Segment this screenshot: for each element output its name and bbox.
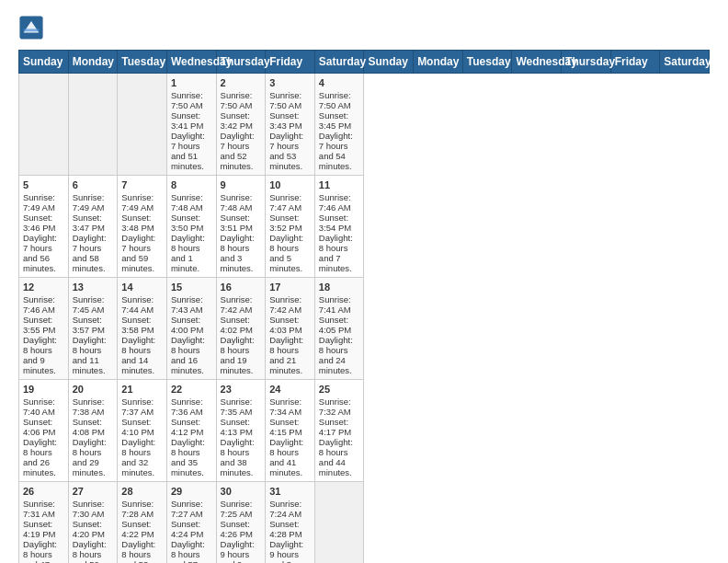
sunrise: Sunrise: 7:32 AM <box>319 396 360 417</box>
daylight: Daylight: 8 hours and 11 minutes. <box>73 335 114 375</box>
daylight: Daylight: 9 hours and 0 minutes. <box>221 539 262 563</box>
daylight: Daylight: 8 hours and 47 minutes. <box>23 539 64 563</box>
daylight: Daylight: 8 hours and 50 minutes. <box>73 539 114 563</box>
sunset: Sunset: 3:48 PM <box>121 213 163 233</box>
day-number: 11 <box>319 179 360 190</box>
daylight: Daylight: 8 hours and 57 minutes. <box>171 539 212 563</box>
sunset: Sunset: 3:46 PM <box>23 213 64 233</box>
day-number: 2 <box>221 77 262 88</box>
sunrise: Sunrise: 7:50 AM <box>269 90 311 110</box>
daylight: Daylight: 8 hours and 1 minute. <box>171 233 212 273</box>
daylight: Daylight: 8 hours and 7 minutes. <box>319 233 360 273</box>
calendar-header-row: SundayMondayTuesdayWednesdayThursdayFrid… <box>19 51 710 74</box>
sunrise: Sunrise: 7:36 AM <box>171 396 212 417</box>
calendar-cell: 9Sunrise: 7:48 AMSunset: 3:51 PMDaylight… <box>216 176 266 278</box>
daylight: Daylight: 8 hours and 44 minutes. <box>319 437 360 477</box>
day-number: 12 <box>23 282 64 293</box>
col-header-sunday: Sunday <box>19 51 69 74</box>
calendar-cell: 30Sunrise: 7:25 AMSunset: 4:26 PMDayligh… <box>216 482 266 564</box>
daylight: Daylight: 8 hours and 5 minutes. <box>269 233 311 273</box>
daylight: Daylight: 7 hours and 52 minutes. <box>221 131 262 171</box>
calendar-cell: 19Sunrise: 7:40 AMSunset: 4:06 PMDayligh… <box>19 380 69 482</box>
day-number: 6 <box>73 179 114 190</box>
logo-icon <box>18 15 44 40</box>
sunset: Sunset: 3:52 PM <box>269 213 311 233</box>
day-number: 1 <box>171 77 212 88</box>
sunset: Sunset: 4:26 PM <box>221 519 262 539</box>
day-number: 19 <box>23 384 64 395</box>
sunset: Sunset: 3:43 PM <box>269 110 311 131</box>
daylight: Daylight: 8 hours and 35 minutes. <box>171 437 212 477</box>
col-header-monday: Monday <box>414 51 463 74</box>
calendar-cell: 6Sunrise: 7:49 AMSunset: 3:47 PMDaylight… <box>68 176 118 278</box>
sunset: Sunset: 4:00 PM <box>171 315 212 335</box>
daylight: Daylight: 8 hours and 9 minutes. <box>23 335 64 375</box>
sunrise: Sunrise: 7:42 AM <box>269 294 311 315</box>
calendar-cell: 26Sunrise: 7:31 AMSunset: 4:19 PMDayligh… <box>19 482 69 564</box>
sunset: Sunset: 4:05 PM <box>319 315 360 335</box>
calendar-cell: 21Sunrise: 7:37 AMSunset: 4:10 PMDayligh… <box>118 380 167 482</box>
day-number: 15 <box>171 282 212 293</box>
daylight: Daylight: 7 hours and 54 minutes. <box>319 131 360 171</box>
sunrise: Sunrise: 7:48 AM <box>171 192 212 213</box>
sunrise: Sunrise: 7:49 AM <box>121 192 163 213</box>
calendar-table: SundayMondayTuesdayWednesdayThursdayFrid… <box>18 50 710 563</box>
daylight: Daylight: 8 hours and 14 minutes. <box>121 335 163 375</box>
sunset: Sunset: 3:58 PM <box>121 315 163 335</box>
daylight: Daylight: 8 hours and 32 minutes. <box>121 437 163 477</box>
sunset: Sunset: 4:13 PM <box>221 417 262 437</box>
day-number: 27 <box>73 486 114 497</box>
calendar-cell <box>314 482 364 564</box>
sunrise: Sunrise: 7:49 AM <box>73 192 114 213</box>
sunrise: Sunrise: 7:49 AM <box>23 192 64 213</box>
col-header-tuesday: Tuesday <box>462 51 512 74</box>
calendar-cell: 5Sunrise: 7:49 AMSunset: 3:46 PMDaylight… <box>19 176 69 278</box>
sunset: Sunset: 4:17 PM <box>319 417 360 437</box>
sunrise: Sunrise: 7:46 AM <box>319 192 360 213</box>
daylight: Daylight: 8 hours and 29 minutes. <box>73 437 114 477</box>
sunset: Sunset: 4:03 PM <box>269 315 311 335</box>
sunset: Sunset: 4:19 PM <box>23 519 64 539</box>
calendar-week-row: 12Sunrise: 7:46 AMSunset: 3:55 PMDayligh… <box>19 278 710 380</box>
calendar-week-row: 26Sunrise: 7:31 AMSunset: 4:19 PMDayligh… <box>19 482 710 564</box>
calendar-cell: 17Sunrise: 7:42 AMSunset: 4:03 PMDayligh… <box>266 278 315 380</box>
calendar-cell: 24Sunrise: 7:34 AMSunset: 4:15 PMDayligh… <box>266 380 315 482</box>
daylight: Daylight: 7 hours and 59 minutes. <box>121 233 163 273</box>
daylight: Daylight: 7 hours and 58 minutes. <box>73 233 114 273</box>
calendar-cell: 2Sunrise: 7:50 AMSunset: 3:42 PMDaylight… <box>216 74 266 176</box>
sunset: Sunset: 3:42 PM <box>221 110 262 131</box>
sunrise: Sunrise: 7:30 AM <box>73 499 114 519</box>
calendar-cell: 15Sunrise: 7:43 AMSunset: 4:00 PMDayligh… <box>166 278 216 380</box>
col-header-thursday: Thursday <box>216 51 266 74</box>
calendar-cell: 10Sunrise: 7:47 AMSunset: 3:52 PMDayligh… <box>266 176 315 278</box>
calendar-cell: 12Sunrise: 7:46 AMSunset: 3:55 PMDayligh… <box>19 278 69 380</box>
sunrise: Sunrise: 7:31 AM <box>23 499 64 519</box>
calendar-cell: 1Sunrise: 7:50 AMSunset: 3:41 PMDaylight… <box>166 74 216 176</box>
sunrise: Sunrise: 7:47 AM <box>269 192 311 213</box>
calendar-cell: 31Sunrise: 7:24 AMSunset: 4:28 PMDayligh… <box>266 482 315 564</box>
calendar-cell: 4Sunrise: 7:50 AMSunset: 3:45 PMDaylight… <box>314 74 364 176</box>
col-header-monday: Monday <box>68 51 118 74</box>
day-number: 8 <box>171 179 212 190</box>
sunrise: Sunrise: 7:38 AM <box>73 396 114 417</box>
day-number: 18 <box>319 282 360 293</box>
calendar-cell: 18Sunrise: 7:41 AMSunset: 4:05 PMDayligh… <box>314 278 364 380</box>
sunset: Sunset: 3:41 PM <box>171 110 212 131</box>
calendar-cell: 7Sunrise: 7:49 AMSunset: 3:48 PMDaylight… <box>118 176 167 278</box>
sunrise: Sunrise: 7:28 AM <box>121 499 163 519</box>
calendar-cell: 13Sunrise: 7:45 AMSunset: 3:57 PMDayligh… <box>68 278 118 380</box>
col-header-sunday: Sunday <box>364 51 414 74</box>
daylight: Daylight: 8 hours and 26 minutes. <box>23 437 64 477</box>
daylight: Daylight: 9 hours and 3 minutes. <box>269 539 311 563</box>
col-header-saturday: Saturday <box>660 51 710 74</box>
calendar-cell: 3Sunrise: 7:50 AMSunset: 3:43 PMDaylight… <box>266 74 315 176</box>
calendar-cell <box>118 74 167 176</box>
calendar-week-row: 1Sunrise: 7:50 AMSunset: 3:41 PMDaylight… <box>19 74 710 176</box>
sunset: Sunset: 4:08 PM <box>73 417 114 437</box>
col-header-thursday: Thursday <box>562 51 611 74</box>
day-number: 26 <box>23 486 64 497</box>
col-header-friday: Friday <box>266 51 315 74</box>
sunrise: Sunrise: 7:46 AM <box>23 294 64 315</box>
sunset: Sunset: 4:12 PM <box>171 417 212 437</box>
day-number: 31 <box>269 486 311 497</box>
